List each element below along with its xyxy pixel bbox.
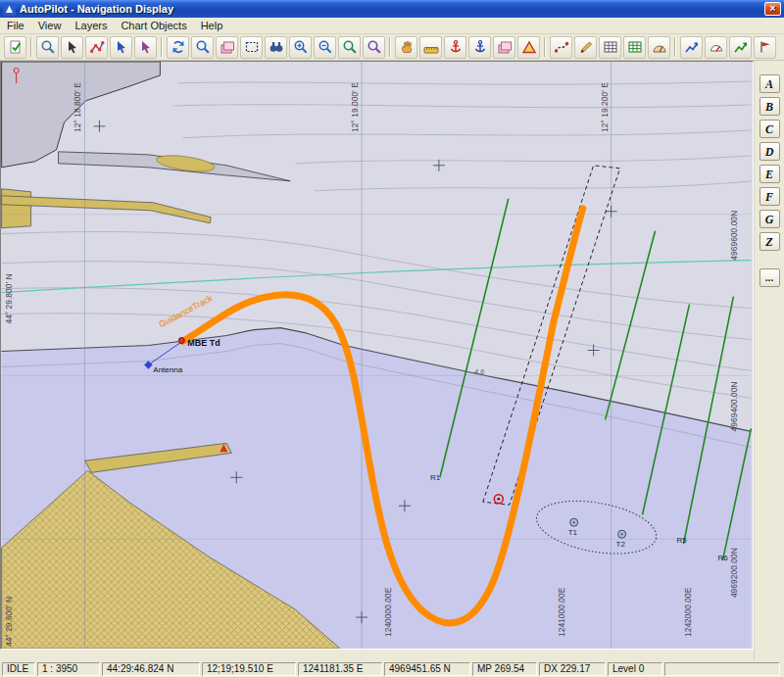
anchor-drop-button[interactable] — [444, 36, 466, 59]
select-cursor-button[interactable] — [61, 36, 83, 59]
toolbar-separator — [544, 37, 546, 57]
grid-label-lon-3: 12° 19.200' E — [600, 82, 610, 132]
anchor-raise-button[interactable] — [468, 36, 491, 59]
quay-block — [2, 189, 31, 228]
grid-label-lat-1: 44° 29.800' N — [4, 273, 14, 323]
line-label-r5: R5 — [676, 536, 687, 545]
menu-file[interactable]: File — [0, 19, 31, 32]
status-scale: 1 : 3950 — [37, 662, 100, 676]
windows-layers-button[interactable] — [216, 36, 238, 59]
area-select-button[interactable] — [240, 36, 263, 59]
side-panel: A B C D E F G Z ... — [754, 61, 784, 661]
grid-label-northing-3: 4969200.00N — [729, 548, 739, 598]
panel-button-b[interactable]: B — [760, 97, 780, 116]
panel-button-g[interactable]: G — [760, 210, 780, 228]
panel-button-e[interactable]: E — [760, 165, 780, 183]
close-button[interactable]: × — [764, 2, 781, 16]
menu-help[interactable]: Help — [194, 19, 230, 32]
pan-hand-button[interactable] — [395, 36, 417, 59]
find-binoculars-button[interactable] — [265, 36, 287, 59]
menu-layers[interactable]: Layers — [68, 19, 114, 32]
target-label-t2: T2 — [616, 540, 626, 549]
menu-chart-objects[interactable]: Chart Objects — [114, 19, 193, 32]
vessel-marker — [178, 338, 184, 344]
chart-canvas[interactable]: R1 R5 R6 T1 T2 4.6 GuidanceTrack — [1, 62, 752, 649]
confirm-page-button[interactable] — [4, 36, 26, 59]
target-label-t1: T1 — [568, 528, 578, 537]
menu-view[interactable]: View — [31, 19, 69, 32]
target-marker-1-dot — [573, 521, 575, 523]
pencil-edit-button[interactable] — [574, 36, 597, 59]
gauge-button[interactable] — [705, 36, 727, 59]
panel-button-f[interactable]: F — [760, 187, 780, 206]
status-bar: IDLE 1 : 3950 44:29:46.824 N 12;19;19.51… — [0, 661, 784, 677]
status-northing: 4969451.65 N — [384, 662, 470, 676]
grid-label-lat-2: 44° 29.600' N — [4, 597, 14, 647]
line-label-r6: R6 — [717, 554, 728, 562]
window-title: AutoPilot - Navigation Display — [20, 3, 764, 15]
chart-area[interactable]: R1 R5 R6 T1 T2 4.6 GuidanceTrack — [0, 61, 754, 650]
panel-button-d[interactable]: D — [760, 142, 780, 161]
status-longitude: 12;19;19.510 E — [202, 662, 296, 676]
bottom-gap — [0, 650, 754, 661]
trend-chart-button[interactable] — [729, 36, 752, 59]
route-edit-button[interactable] — [85, 36, 108, 59]
ruler-button[interactable] — [419, 36, 442, 59]
toolbar — [0, 34, 784, 61]
panel-button-more[interactable]: ... — [760, 268, 780, 287]
zoom-out-button[interactable] — [314, 36, 336, 59]
status-mp: MP 269.54 — [472, 662, 537, 676]
status-filler — [664, 662, 780, 676]
toolbar-separator — [389, 37, 391, 57]
zoom-window-button[interactable] — [338, 36, 361, 59]
grid-table-green-button[interactable] — [623, 36, 646, 59]
antenna-label: Antenna — [153, 365, 182, 374]
status-dx: DX 229.17 — [539, 662, 606, 676]
node-cursor-button[interactable] — [110, 36, 132, 59]
zoom-previous-button[interactable] — [363, 36, 385, 59]
sounding-value: 4.6 — [474, 367, 485, 376]
status-easting: 1241181.35 E — [298, 662, 382, 676]
target-marker-2-dot — [621, 533, 623, 535]
toolbar-separator — [30, 37, 32, 57]
line-label-r1: R1 — [430, 473, 441, 482]
status-level: Level 0 — [608, 662, 662, 676]
status-mode: IDLE — [2, 662, 35, 676]
vessel-label: MBE Td — [187, 338, 220, 348]
notes-layers-button[interactable] — [493, 36, 515, 59]
grid-label-easting-2: 1241000.00E — [557, 587, 566, 637]
track-dashed-button[interactable] — [550, 36, 572, 59]
grid-label-lon-2: 12° 19.000' E — [350, 82, 360, 132]
waypoint-dot — [497, 498, 500, 501]
title-bar: AutoPilot - Navigation Display × — [0, 0, 784, 18]
app-icon — [3, 3, 16, 16]
grid-label-easting-1: 1240000.00E — [383, 587, 393, 637]
panel-button-c[interactable]: C — [760, 120, 780, 138]
profile-chart-button[interactable] — [680, 36, 703, 59]
grid-label-northing-1: 4969600.00N — [729, 211, 739, 261]
multi-cursor-button[interactable] — [134, 36, 157, 59]
refresh-button[interactable] — [167, 36, 189, 59]
zoom-cursor-button[interactable] — [36, 36, 59, 59]
grid-label-lon-1: 12° 18.800' E — [74, 82, 83, 132]
hazard-area-button[interactable] — [517, 36, 540, 59]
zoom-in-button[interactable] — [289, 36, 312, 59]
grid-table-button[interactable] — [599, 36, 621, 59]
protractor-button[interactable] — [648, 36, 670, 59]
status-latitude: 44:29:46.824 N — [102, 662, 200, 676]
flag-mark-button[interactable] — [754, 36, 776, 59]
toolbar-separator — [161, 37, 163, 57]
zoom-refresh-button[interactable] — [191, 36, 214, 59]
menu-bar: File View Layers Chart Objects Help — [0, 18, 784, 34]
toolbar-separator — [674, 37, 676, 57]
grid-label-northing-2: 4969400.00N — [729, 382, 739, 432]
panel-button-z[interactable]: Z — [760, 232, 780, 251]
grid-label-easting-3: 1242000.00E — [683, 587, 693, 637]
panel-button-a[interactable]: A — [760, 74, 780, 93]
